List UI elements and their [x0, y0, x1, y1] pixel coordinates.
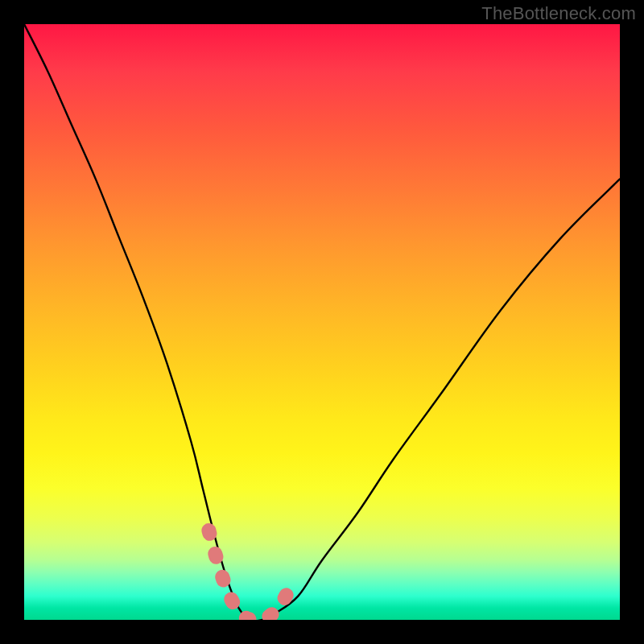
plot-area	[24, 24, 620, 620]
optimal-range-highlight	[208, 530, 292, 620]
watermark-text: TheBottleneck.com	[481, 3, 636, 24]
bottleneck-curve	[24, 24, 620, 620]
chart-frame: TheBottleneck.com	[0, 0, 644, 644]
curve-layer	[24, 24, 620, 620]
